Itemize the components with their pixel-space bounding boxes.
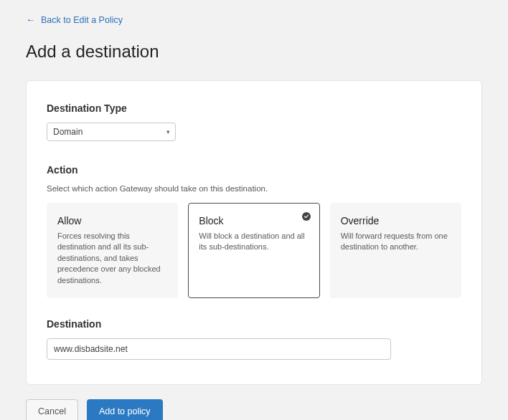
action-option-title: Block — [199, 215, 309, 226]
action-options: Allow Forces resolving this destination … — [47, 203, 461, 298]
arrow-left-icon: ← — [26, 15, 35, 24]
destination-input[interactable] — [47, 338, 391, 360]
back-link[interactable]: ← Back to Edit a Policy — [26, 15, 123, 25]
destination-type-label: Destination Type — [47, 102, 461, 114]
action-option-desc: Forces resolving this destination and al… — [57, 231, 167, 286]
destination-type-select[interactable]: Domain — [47, 123, 176, 141]
action-label: Action — [47, 164, 461, 176]
action-option-desc: Will block a destination and all its sub… — [199, 231, 309, 253]
action-hint: Select which action Gateway should take … — [47, 184, 461, 193]
form-card: Destination Type Domain ▾ Action Select … — [26, 80, 482, 385]
action-option-override[interactable]: Override Will forward requests from one … — [330, 203, 461, 298]
add-to-policy-button[interactable]: Add to policy — [87, 399, 163, 420]
back-link-label: Back to Edit a Policy — [41, 15, 123, 25]
action-option-allow[interactable]: Allow Forces resolving this destination … — [47, 203, 178, 298]
destination-label: Destination — [47, 318, 461, 330]
check-circle-icon — [302, 212, 311, 221]
action-option-desc: Will forward requests from one destinati… — [341, 231, 451, 253]
page-title: Add a destination — [26, 42, 482, 62]
cancel-button[interactable]: Cancel — [26, 399, 78, 420]
destination-section: Destination — [47, 318, 461, 360]
destination-type-section: Destination Type Domain ▾ — [47, 102, 461, 141]
action-option-block[interactable]: Block Will block a destination and all i… — [188, 203, 319, 298]
action-section: Action Select which action Gateway shoul… — [47, 164, 461, 298]
footer-actions: Cancel Add to policy — [26, 399, 482, 420]
action-option-title: Allow — [57, 215, 167, 226]
action-option-title: Override — [341, 215, 451, 226]
